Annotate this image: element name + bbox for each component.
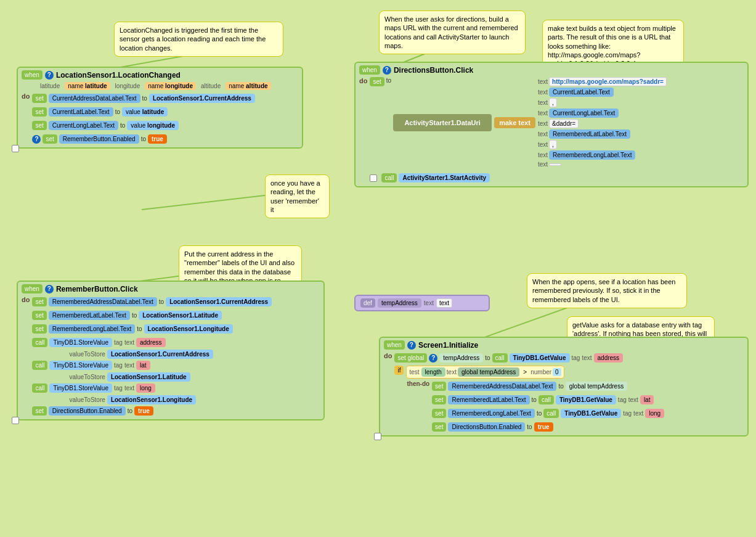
do-label-directions: do [359,77,367,84]
set-global-temp: set global ? tempAddress to call TinyDB1… [394,353,744,363]
comment-screen-init: When the app opens, see if a location ha… [527,273,687,308]
set-remembered-long: set RememberedLongLabel.Text to Location… [32,324,272,334]
when-label: when [22,70,43,80]
temp-address-name: tempAddress [378,298,421,308]
name-tag-alt: name altitude [226,82,270,90]
name-tag-lat: name latitude [65,82,110,90]
do-label-location: do [22,92,30,100]
directions-event-block: when ? DirectionsButton.Click do set to [354,62,749,187]
longitude-label: longitude [115,83,140,89]
set-row-long: set CurrentLongLabel.Text to value longi… [32,121,254,130]
then-do-block: then-do set RememberedAddressDataLabel.T… [407,380,744,433]
set-data-uri-row: set to ActivityStarter1.DataUri make tex… [370,77,744,168]
store-address-value: valueToStore LocationSensor1.CurrentAddr… [69,350,272,358]
set-directions-enabled-screen: set DirectionsButton.Enabled to true [432,422,664,432]
comment-once-reading: once you have a reading, let the user 'r… [265,174,330,218]
set-remembered-lat-global: set RememberedLatLabel.Text to call Tiny… [432,395,664,404]
set-remembered-long-global: set RememberedLongLabel.Text to call Tin… [432,409,664,418]
set-row-address: set CurrentAddressDataLabel.Text to Loca… [32,94,254,103]
if-block: if test length text global tempAddress >… [394,366,744,379]
collapse-toggle-remember[interactable] [12,417,19,424]
call-store-lat: call TinyDB1.StoreValue tag text lat [32,361,272,370]
location-event-name: LocationSensor1.LocationChanged [56,71,181,80]
when-label-remember: when [22,284,43,293]
do-label-remember: do [22,296,30,303]
store-long-value: valueToStore LocationSensor1.Longitude [69,396,272,403]
comment-location-changed: LocationChanged is triggered the first t… [114,22,283,57]
comment-directions: When the user asks for directions, build… [379,10,526,54]
make-text-parts: text http://maps.google.com/maps?saddr= … [538,77,667,168]
screen-init-event-block: when ? Screen1.Initialize do set global … [379,337,749,437]
def-temp-address-block: def tempAddress text text [354,295,490,311]
help-icon-location: ? [45,71,54,80]
screen-event-name: Screen1.Initialize [418,341,478,350]
collapse-toggle-location[interactable] [12,145,19,152]
do-label-screen: do [384,352,392,359]
set-remembered-address-global: set RememberedAddressDataLabel.Text to g… [432,382,664,391]
collapse-toggle-screen[interactable] [374,433,381,440]
temp-address-value: text [436,298,452,308]
set-remembered-address: set RememberedAddressDataLabel.Text to L… [32,297,272,306]
set-remembered-lat: set RememberedLatLabel.Text to LocationS… [32,311,272,320]
when-label-directions: when [359,65,380,75]
altitude-label: altitude [201,83,221,89]
store-lat-value: valueToStore LocationSensor1.Latitude [69,373,272,380]
call-store-long: call TinyDB1.StoreValue tag text long [32,383,272,393]
set-row-remember-enabled: ? set RememberButton.Enabled to true [32,134,254,144]
directions-event-name: DirectionsButton.Click [394,66,473,75]
remember-event-name: RememberButton.Click [56,285,138,293]
location-sensor-event-block: when ? LocationSensor1.LocationChanged l… [17,67,303,149]
set-directions-enabled: set DirectionsButton.Enabled to true [32,406,272,416]
call-start-activity: call ActivityStarter1.StartActivity [370,173,744,182]
make-text-label: make text [494,117,535,128]
remember-button-event-block: when ? RememberButton.Click do set Remem… [17,281,325,420]
name-tag-lon: name longitude [145,82,196,90]
latitude-label: latitude [40,83,60,89]
call-store-address: call TinyDB1.StoreValue tag text address [32,338,272,347]
set-row-lat: set CurrentLatLabel.Text to value latitu… [32,107,254,117]
when-label-screen: when [384,340,405,350]
